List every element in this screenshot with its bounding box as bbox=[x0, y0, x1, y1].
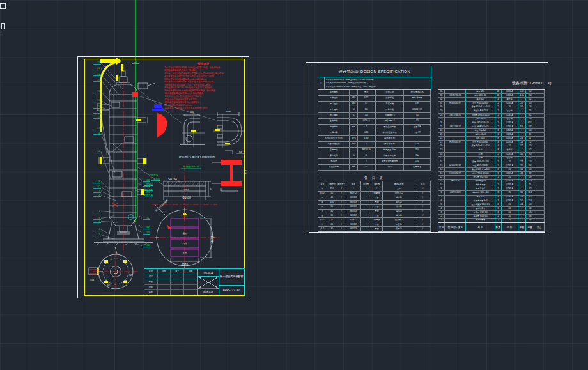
spec-row: 探伤比例%20地震设防烈度7度 bbox=[318, 153, 431, 159]
table-cell: 100 bbox=[358, 107, 375, 113]
spec-row: 水压试验压力(立/卧)MPa0.30/换热面积 m²/ bbox=[318, 136, 431, 142]
table-cell: 公称尺寸 bbox=[327, 181, 337, 187]
tech-notes-title-text: 技术要求 bbox=[197, 62, 209, 66]
table-cell: 换热面积 m² bbox=[375, 136, 404, 142]
balloon-label: 31 bbox=[146, 216, 150, 219]
revision-cell bbox=[171, 285, 184, 289]
table-cell: / bbox=[358, 159, 375, 165]
dim-5: 5 bbox=[210, 188, 212, 190]
table-cell: GB9119 bbox=[346, 196, 362, 201]
revision-cell: 制图 bbox=[144, 279, 158, 284]
balloon-label: 16 bbox=[97, 105, 100, 108]
balloon-label: 8 bbox=[99, 193, 101, 196]
table-cell: 平面 bbox=[371, 201, 383, 205]
table-cell: 平面 bbox=[371, 210, 383, 214]
table-cell: GB9119 bbox=[346, 227, 362, 231]
table-cell: 2 bbox=[358, 125, 375, 130]
cyan-node-circle bbox=[128, 215, 134, 220]
revision-cell: 设计 bbox=[144, 274, 158, 279]
table-cell: 80 bbox=[358, 165, 375, 171]
balloon-label: 11 bbox=[98, 180, 101, 183]
left-drawing-sheet-frame[interactable] bbox=[78, 57, 249, 298]
flange-label-1: Φ14 bbox=[90, 279, 94, 281]
table-cell: 放空口 bbox=[383, 222, 415, 227]
table-cell: 内螺纹 bbox=[371, 192, 383, 196]
table-cell: 排污口 bbox=[383, 205, 415, 210]
table-cell: / bbox=[415, 196, 431, 201]
dim-1171: 1171 bbox=[211, 236, 214, 242]
table-cell bbox=[350, 159, 358, 165]
note-tag: 注 bbox=[318, 77, 325, 89]
table-cell: j1-2 bbox=[318, 227, 327, 231]
revision-cell bbox=[171, 279, 184, 284]
balloon-label: 29 bbox=[146, 183, 150, 186]
table-cell: / bbox=[371, 187, 383, 192]
table-cell: 介质特性 bbox=[375, 96, 404, 102]
balloon-label: 13 bbox=[97, 127, 100, 130]
nozzle-row: h1-225/M20×1.5/内螺纹压力表口/ bbox=[318, 218, 431, 222]
table-cell: 接管外伸长度 mm bbox=[375, 159, 404, 165]
note-lines: 1.本表按GB150-1998《钢制压力容器》及JB/T4735编制; 2.封头… bbox=[325, 77, 431, 89]
flange-label-3: R2 bbox=[129, 274, 132, 277]
table-cell bbox=[350, 119, 358, 125]
detail-title: 罐体与封头焊接接头结构放大图 bbox=[179, 155, 215, 159]
nozzle-table-header-row: 符号公称尺寸连接尺寸标准密封面连接面用途或名称备注 bbox=[318, 181, 431, 187]
cad-model-space-canvas[interactable]: 24 罐体与封头焊接接头结构放大图 焊接接头细节 SR754 1040 Φ161… bbox=[0, 0, 588, 370]
table-cell: / bbox=[337, 205, 346, 210]
table-cell: 腐蚀裕度 bbox=[318, 125, 350, 130]
table-cell: 450 bbox=[327, 187, 337, 192]
drawing-number: B885-22-01 bbox=[219, 286, 244, 295]
dim-r8: R8 bbox=[239, 151, 242, 153]
table-cell: 件号 bbox=[438, 223, 445, 231]
tech-note-line: 2.焊接采用电弧焊,焊条牌号E4303; bbox=[164, 68, 196, 72]
table-cell: 10 bbox=[404, 119, 431, 125]
table-cell: 筒体壁厚 δ bbox=[375, 113, 404, 119]
table-cell: GB9119 bbox=[346, 210, 362, 214]
table-cell: / bbox=[361, 187, 371, 192]
weight-unit: kg bbox=[548, 81, 551, 85]
table-cell bbox=[350, 90, 358, 96]
table-cell: / bbox=[337, 210, 346, 214]
spec-row: 保温层厚度mm80油漆红丹两道 bbox=[318, 165, 431, 171]
dim-1040: 1040 bbox=[182, 188, 189, 191]
sheet-count-cell: 共1张 第1张 bbox=[198, 289, 219, 295]
balloon-label: 9 bbox=[99, 189, 101, 192]
table-cell: 50 bbox=[327, 192, 337, 196]
table-cell: 地震设防烈度 bbox=[375, 153, 404, 159]
table-cell: g bbox=[318, 213, 327, 218]
revision-row: 标记处数签字日期 bbox=[144, 269, 197, 274]
table-cell: / bbox=[358, 142, 375, 148]
balloon-label: 7 bbox=[99, 210, 101, 213]
table-cell: i bbox=[318, 222, 327, 227]
tech-note-line: 10.保温层采用岩棉厚80mm,外包镀锌铁皮; bbox=[164, 91, 204, 95]
parts-list-header-row: 件号图号或标准号名 称数量材 料单重总重备注 bbox=[438, 222, 545, 231]
balloon-label: 14 bbox=[97, 131, 100, 134]
table-cell: / bbox=[361, 205, 371, 210]
revision-cell bbox=[171, 290, 184, 295]
table-cell: / bbox=[361, 192, 371, 196]
head-detail-views[interactable] bbox=[180, 112, 245, 148]
circle-row-3: 支承 bbox=[183, 252, 187, 254]
table-cell: 设计压力 bbox=[318, 102, 350, 107]
spec-row: 焊缝系数0.85容器法兰密封面平面 FF bbox=[318, 130, 431, 136]
revision-row: 制图 bbox=[144, 279, 197, 284]
table-cell: 平面 bbox=[371, 213, 383, 218]
table-cell: 凸面 RF bbox=[404, 125, 431, 130]
table-cell: 出水口 bbox=[383, 201, 415, 205]
green-label-1: 对接焊缝 bbox=[150, 173, 159, 176]
technical-requirements-notes: 1.本设备按GB150-1998《钢制压力容器》制造、试验和验收;2.焊接采用电… bbox=[164, 66, 224, 110]
revision-cell bbox=[158, 274, 171, 279]
table-cell: 油漆 bbox=[375, 165, 404, 171]
table-cell: 0.52 bbox=[358, 96, 375, 102]
table-cell: % bbox=[350, 153, 358, 159]
table-cell: 进汽口 bbox=[383, 213, 415, 218]
table-cell: / bbox=[337, 201, 346, 205]
table-cell: 密封面 bbox=[361, 181, 371, 187]
table-cell: 25 bbox=[327, 222, 337, 227]
table-cell: 备注 bbox=[534, 223, 545, 231]
table-cell: MPa bbox=[350, 142, 358, 148]
table-cell: 150 bbox=[404, 159, 431, 165]
table-cell: b1-2 bbox=[318, 192, 327, 196]
note-line: 1.本表按GB150-1998《钢制压力容器》及JB/T4735编制; bbox=[326, 79, 429, 81]
table-cell: / bbox=[361, 227, 371, 231]
